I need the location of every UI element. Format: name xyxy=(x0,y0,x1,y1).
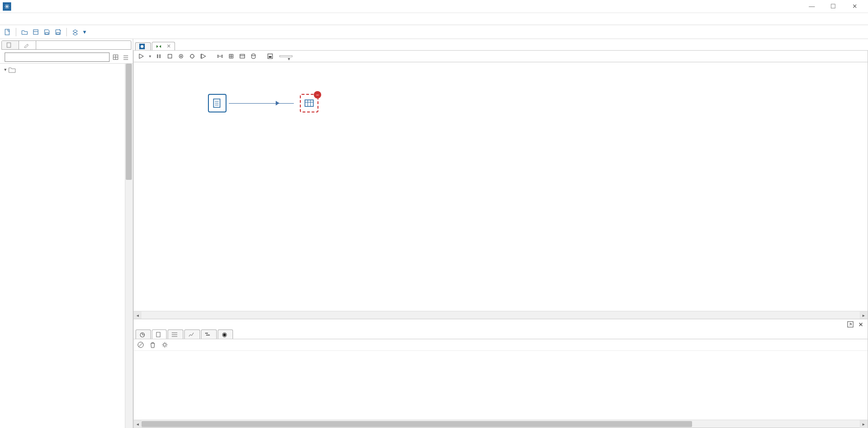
chart-icon xyxy=(188,332,194,337)
scroll-right-icon[interactable]: ▸ xyxy=(860,420,868,428)
svg-point-23 xyxy=(252,54,255,56)
node-table-output[interactable]: − xyxy=(300,94,318,114)
list-icon xyxy=(172,332,177,337)
transform-icon xyxy=(156,44,162,49)
svg-rect-15 xyxy=(168,54,172,58)
save-button[interactable] xyxy=(42,27,52,37)
svg-rect-30 xyxy=(305,100,313,106)
pencil-icon xyxy=(24,42,29,48)
tab-close-icon[interactable]: ✕ xyxy=(167,43,171,49)
rtab-metrics[interactable] xyxy=(201,329,217,339)
menu-edit[interactable] xyxy=(11,18,20,20)
verify-button[interactable] xyxy=(215,52,225,61)
doc-icon xyxy=(156,332,161,337)
svg-rect-14 xyxy=(159,54,161,58)
titlebar: — ☐ ✕ xyxy=(0,0,868,13)
close-panel-icon[interactable]: ✕ xyxy=(856,320,865,329)
new-button[interactable] xyxy=(3,27,12,37)
debug-button[interactable] xyxy=(188,52,197,61)
scroll-thumb[interactable] xyxy=(142,421,692,427)
svg-point-18 xyxy=(190,54,194,58)
zoom-select[interactable] xyxy=(279,55,292,57)
explore-button[interactable] xyxy=(31,27,40,37)
results-panel: ✕ ◷ ◉ ◂ ▸ xyxy=(133,319,868,428)
scroll-left-icon[interactable]: ◂ xyxy=(134,420,142,428)
canvas-toolbar: ▾ xyxy=(133,50,868,62)
app-icon xyxy=(3,2,11,11)
folder-icon xyxy=(8,66,16,73)
menubar xyxy=(0,13,868,25)
collapse-icon[interactable] xyxy=(122,53,130,61)
tree-folder-output-expanded[interactable]: ▾ xyxy=(0,65,133,74)
close-button[interactable]: ✕ xyxy=(844,0,865,13)
scroll-right-icon[interactable]: ▸ xyxy=(860,311,868,319)
impact-button[interactable] xyxy=(227,52,236,61)
rtab-log[interactable] xyxy=(152,329,167,339)
open-button[interactable] xyxy=(20,27,29,37)
log-stop-icon[interactable] xyxy=(136,341,145,349)
hop-arrow-icon xyxy=(276,101,279,105)
rtab-preview[interactable]: ◉ xyxy=(218,329,233,339)
perspective-dropdown[interactable]: ▾ xyxy=(82,27,87,37)
tree[interactable]: ▾ xyxy=(0,64,133,428)
stop-button[interactable] xyxy=(165,52,175,61)
menu-help[interactable] xyxy=(48,18,58,20)
svg-point-17 xyxy=(181,56,182,57)
explore-db-button[interactable] xyxy=(249,52,258,61)
expand-icon[interactable] xyxy=(111,53,120,61)
rtab-perf[interactable] xyxy=(184,329,200,339)
tree-scrollbar[interactable] xyxy=(125,64,133,428)
svg-point-43 xyxy=(163,343,166,346)
node-csv-input[interactable] xyxy=(208,94,227,114)
table-output-icon: − xyxy=(300,94,318,112)
csv-input-icon xyxy=(208,94,227,112)
minimize-button[interactable]: — xyxy=(801,0,823,13)
run-dropdown[interactable]: ▾ xyxy=(148,52,152,61)
doc-tab-import[interactable]: ✕ xyxy=(152,42,175,50)
eye-icon: ◉ xyxy=(222,331,227,338)
svg-line-42 xyxy=(139,343,143,347)
hop-line[interactable] xyxy=(229,103,294,104)
log-settings-icon[interactable] xyxy=(161,341,169,349)
doc-tab-welcome[interactable] xyxy=(135,42,151,50)
sql-button[interactable] xyxy=(238,52,247,61)
doc-icon xyxy=(6,42,12,48)
perspective-button[interactable] xyxy=(71,27,80,37)
scroll-left-icon[interactable]: ◂ xyxy=(134,311,142,319)
rtab-stepmetrics[interactable] xyxy=(168,329,183,339)
menu-run[interactable] xyxy=(30,18,39,20)
svg-rect-1 xyxy=(5,29,9,35)
menu-tools[interactable] xyxy=(39,18,48,20)
svg-rect-13 xyxy=(157,54,158,58)
svg-rect-2 xyxy=(33,30,38,34)
canvas-hscroll[interactable]: ◂ ▸ xyxy=(134,311,868,319)
log-hscroll[interactable]: ◂ ▸ xyxy=(134,420,868,428)
maximize-button[interactable]: ☐ xyxy=(823,0,844,13)
sidebar: ▾ xyxy=(0,39,133,428)
tab-core-objects[interactable] xyxy=(19,41,36,49)
error-badge-icon: − xyxy=(314,91,321,99)
menu-view[interactable] xyxy=(20,18,30,20)
preview-button[interactable] xyxy=(176,52,186,61)
tab-object-tree[interactable] xyxy=(2,41,19,49)
svg-rect-25 xyxy=(269,56,272,58)
log-clear-icon[interactable] xyxy=(149,341,157,349)
run-button[interactable] xyxy=(136,52,146,61)
menu-file[interactable] xyxy=(2,18,11,20)
pause-button[interactable] xyxy=(154,52,163,61)
show-results-button[interactable] xyxy=(266,52,275,61)
saveas-button[interactable] xyxy=(53,27,63,37)
log-area[interactable] xyxy=(134,351,868,420)
canvas[interactable]: − ◂ ▸ xyxy=(133,62,868,319)
search-input[interactable] xyxy=(5,53,110,62)
replay-button[interactable] xyxy=(199,52,208,61)
svg-rect-6 xyxy=(7,43,11,47)
svg-rect-39 xyxy=(205,333,208,334)
chevron-down-icon: ▾ xyxy=(2,67,8,72)
welcome-icon xyxy=(139,44,145,49)
rtab-history[interactable]: ◷ xyxy=(136,329,151,339)
clock-icon: ◷ xyxy=(140,331,145,338)
svg-point-12 xyxy=(141,45,143,48)
maximize-panel-icon[interactable] xyxy=(846,320,855,329)
gantt-icon xyxy=(205,332,211,337)
